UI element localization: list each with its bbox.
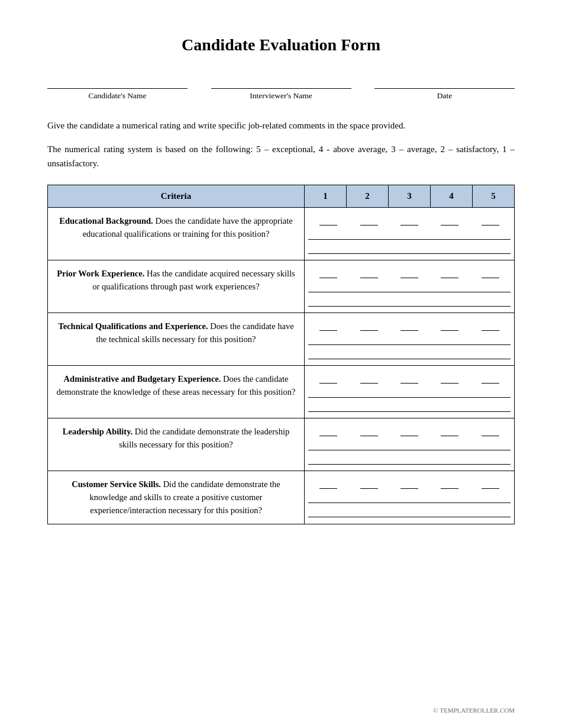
table-row: Educational Background. Does the candida… <box>48 208 515 260</box>
header-col5: 5 <box>472 185 514 208</box>
instructions-2: The numerical rating system is based on … <box>47 142 515 170</box>
header-col3: 3 <box>388 185 430 208</box>
rating-cell-1[interactable] <box>304 260 514 313</box>
header-col2: 2 <box>346 185 388 208</box>
candidate-name-field[interactable]: Candidate's Name <box>47 78 188 101</box>
rating-tick-5-1[interactable] <box>319 479 337 489</box>
evaluation-table: Criteria 1 2 3 4 5 Educational Backgroun… <box>47 185 515 524</box>
criteria-cell-5: Customer Service Skills. Did the candida… <box>48 471 305 524</box>
rating-tick-2-3[interactable] <box>400 321 418 331</box>
rating-tick-4-3[interactable] <box>400 427 418 436</box>
interviewer-name-label: Interviewer's Name <box>250 91 312 101</box>
rating-tick-3-3[interactable] <box>400 374 418 384</box>
rating-tick-0-4[interactable] <box>441 216 458 226</box>
date-label: Date <box>437 91 452 101</box>
table-row: Administrative and Budgetary Experience.… <box>48 366 515 418</box>
rating-tick-5-3[interactable] <box>400 479 418 489</box>
page: Candidate Evaluation Form Candidate's Na… <box>0 0 562 728</box>
header-col4: 4 <box>430 185 472 208</box>
rating-tick-0-2[interactable] <box>360 216 378 226</box>
comment-line-4-0 <box>308 442 511 450</box>
table-row: Prior Work Experience. Has the candidate… <box>48 260 515 313</box>
rating-tick-1-5[interactable] <box>482 269 499 278</box>
date-field[interactable]: Date <box>374 78 515 101</box>
instructions-1: Give the candidate a numerical rating an… <box>47 118 515 133</box>
rating-tick-4-1[interactable] <box>319 427 337 436</box>
criteria-cell-3: Administrative and Budgetary Experience.… <box>48 366 305 418</box>
comment-line-1-0 <box>308 284 511 292</box>
comment-line-0-1 <box>308 246 511 254</box>
rating-cell-4[interactable] <box>304 418 514 471</box>
rating-tick-4-2[interactable] <box>360 427 378 436</box>
rating-tick-1-3[interactable] <box>400 269 418 278</box>
criteria-cell-0: Educational Background. Does the candida… <box>48 208 305 260</box>
table-row: Customer Service Skills. Did the candida… <box>48 471 515 524</box>
header-criteria: Criteria <box>48 185 305 208</box>
comment-line-5-1 <box>308 509 511 517</box>
criteria-cell-2: Technical Qualifications and Experience.… <box>48 313 305 366</box>
fields-row: Candidate's Name Interviewer's Name Date <box>47 78 515 101</box>
comment-line-3-1 <box>308 404 511 412</box>
rating-tick-4-4[interactable] <box>441 427 458 436</box>
table-header-row: Criteria 1 2 3 4 5 <box>48 185 515 208</box>
rating-cell-5[interactable] <box>304 471 514 524</box>
rating-tick-2-5[interactable] <box>482 321 499 331</box>
rating-tick-5-5[interactable] <box>482 479 499 489</box>
rating-cell-0[interactable] <box>304 208 514 260</box>
rating-tick-3-1[interactable] <box>319 374 337 384</box>
footer: © TEMPLATEROLLER.COM <box>433 707 515 714</box>
header-col1: 1 <box>304 185 346 208</box>
criteria-cell-4: Leadership Ability. Did the candidate de… <box>48 418 305 471</box>
table-row: Leadership Ability. Did the candidate de… <box>48 418 515 471</box>
rating-tick-2-1[interactable] <box>319 321 337 331</box>
rating-tick-3-4[interactable] <box>441 374 458 384</box>
rating-cell-3[interactable] <box>304 366 514 418</box>
candidate-name-line <box>47 78 188 89</box>
candidate-name-label: Candidate's Name <box>88 91 146 101</box>
rating-tick-3-2[interactable] <box>360 374 378 384</box>
rating-tick-1-4[interactable] <box>441 269 458 278</box>
interviewer-name-line <box>211 78 351 89</box>
rating-tick-0-5[interactable] <box>482 216 499 226</box>
rating-tick-5-4[interactable] <box>441 479 458 489</box>
comment-line-1-1 <box>308 298 511 307</box>
comment-line-2-1 <box>308 351 511 359</box>
comment-line-4-1 <box>308 456 511 465</box>
rating-tick-3-5[interactable] <box>482 374 499 384</box>
rating-tick-2-2[interactable] <box>360 321 378 331</box>
rating-tick-4-5[interactable] <box>482 427 499 436</box>
rating-tick-0-3[interactable] <box>400 216 418 226</box>
rating-tick-0-1[interactable] <box>319 216 337 226</box>
rating-cell-2[interactable] <box>304 313 514 366</box>
criteria-cell-1: Prior Work Experience. Has the candidate… <box>48 260 305 313</box>
comment-line-2-0 <box>308 337 511 345</box>
comment-line-0-0 <box>308 231 511 240</box>
page-title: Candidate Evaluation Form <box>47 36 515 54</box>
date-line <box>374 78 515 89</box>
rating-tick-5-2[interactable] <box>360 479 378 489</box>
rating-tick-1-1[interactable] <box>319 269 337 278</box>
rating-tick-1-2[interactable] <box>360 269 378 278</box>
rating-tick-2-4[interactable] <box>441 321 458 331</box>
comment-line-3-0 <box>308 389 511 398</box>
table-row: Technical Qualifications and Experience.… <box>48 313 515 366</box>
interviewer-name-field[interactable]: Interviewer's Name <box>211 78 351 101</box>
comment-line-5-0 <box>308 495 511 503</box>
